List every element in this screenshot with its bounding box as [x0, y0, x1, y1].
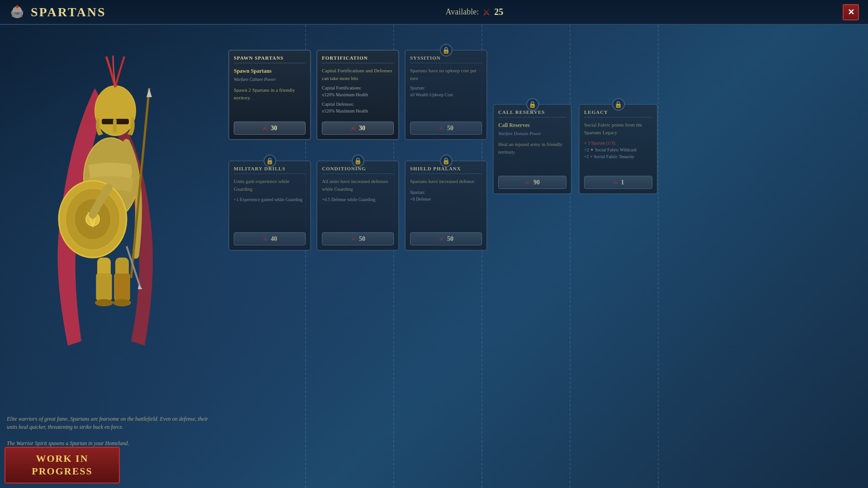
card-body-phal: Spartans have increased defense Spartan:…: [410, 178, 482, 228]
cost-num-phal: 50: [447, 235, 453, 243]
cost-num-fort: 30: [359, 125, 365, 132]
svg-marker-11: [146, 88, 152, 97]
cost-num-mil: 40: [271, 235, 277, 243]
card-shield-phalanx: 🔒 Shield Phalanx Spartans have increased…: [405, 160, 487, 251]
header-left: Spartans: [9, 4, 106, 20]
available-count: 25: [494, 7, 503, 17]
card-body-mil: Units gain experience while Guarding +1 …: [234, 178, 306, 228]
card-fortification: Fortification Capital Fortifications and…: [316, 50, 399, 140]
currency-icon: ⚔: [482, 7, 491, 18]
lock-icon-legacy: 🔒: [612, 98, 625, 111]
cost-sword-fort: ⚔: [350, 124, 356, 132]
svg-rect-17: [96, 273, 112, 300]
lock-icon-phalanx: 🔒: [440, 155, 453, 167]
lock-icon-syssition: 🔒: [440, 44, 453, 56]
cost-num-reserves: 90: [533, 179, 540, 186]
card-title-spawn: Spawn Spartans: [234, 55, 306, 63]
card-call-reserves: 🔒 Call Reserves Call Reserves Warfare Do…: [493, 104, 572, 194]
helmet-icon: [9, 4, 25, 20]
cond-cost-button[interactable]: ⚔ 50: [322, 232, 394, 245]
svg-point-20: [113, 299, 131, 306]
card-spawn-spartans: Spawn Spartans Spawn Spartans Warfare Cu…: [228, 50, 311, 140]
reserves-cost-button[interactable]: ⚔ 90: [498, 176, 566, 189]
card-body-reserves: Call Reserves Warfare Domain Power Heal …: [498, 121, 566, 171]
card-title-fort: Fortification: [322, 55, 394, 63]
fort-cost-button[interactable]: ⚔ 30: [322, 122, 394, 135]
svg-rect-4: [14, 12, 20, 14]
mil-cost-button[interactable]: ⚔ 40: [234, 232, 306, 245]
warrior-description: Elite warriors of great fame, Spartans a…: [7, 415, 215, 447]
cost-sword-legacy: ⚔: [613, 178, 618, 186]
tech-tree: Spawn Spartans Spawn Spartans Warfare Cu…: [217, 25, 868, 488]
card-military-drills: 🔒 Military Drills Units gain experience …: [228, 160, 311, 251]
svg-point-19: [95, 299, 113, 306]
svg-rect-18: [114, 273, 130, 300]
cards-container: Spawn Spartans Spawn Spartans Warfare Cu…: [226, 38, 750, 474]
card-body-sys: Spartans have no upkeep cost per turn Sp…: [410, 67, 482, 117]
cost-sword-phal: ⚔: [439, 235, 444, 243]
card-conditioning: 🔒 Conditioning All units have increased …: [316, 160, 399, 251]
card-legacy: 🔒 Legacy Social Fabric points from the S…: [579, 104, 658, 194]
lock-icon-conditioning: 🔒: [352, 155, 364, 167]
cost-sword-reserves: ⚔: [525, 178, 531, 186]
work-in-progress-button[interactable]: Work In Progress: [5, 447, 120, 483]
svg-rect-14: [113, 119, 117, 132]
close-button[interactable]: ✕: [843, 4, 859, 20]
faction-title: Spartans: [31, 5, 106, 19]
legacy-cost-button[interactable]: ⚔ 1: [584, 176, 652, 189]
sys-cost-button[interactable]: ⚔ 50: [410, 122, 482, 135]
cost-sword-cond: ⚔: [350, 235, 356, 243]
cost-num-legacy: 1: [621, 179, 624, 186]
cost-sword-sys: ⚔: [439, 124, 444, 132]
card-body-cond: All units have increased defenses while …: [322, 178, 394, 228]
cost-num-sys: 50: [447, 125, 453, 132]
cost-sword-mil: ⚔: [262, 235, 268, 243]
cost-num-cond: 50: [359, 235, 365, 243]
card-syssition: 🔒 Syssition Spartans have no upkeep cost…: [405, 50, 487, 140]
card-body-spawn: Spawn Spartans Warfare Culture Power Spa…: [234, 67, 306, 117]
lock-icon-reserves: 🔒: [526, 98, 539, 111]
warrior-figure: [23, 52, 203, 368]
card-body-fort: Capital Fortifications and Defenses can …: [322, 67, 394, 117]
available-section: Available: ⚔ 25: [446, 7, 504, 18]
lock-icon-military: 🔒: [264, 155, 276, 167]
available-label: Available:: [446, 7, 479, 17]
header-bar: Spartans Available: ⚔ 25 ✕: [0, 0, 868, 25]
cost-sword-spawn: ⚔: [262, 124, 268, 132]
spawn-cost-button[interactable]: ⚔ 30: [234, 122, 306, 135]
phal-cost-button[interactable]: ⚔ 50: [410, 232, 482, 245]
cost-num-spawn: 30: [271, 125, 277, 132]
card-body-legacy: Social Fabric points from the Spartans L…: [584, 121, 652, 171]
